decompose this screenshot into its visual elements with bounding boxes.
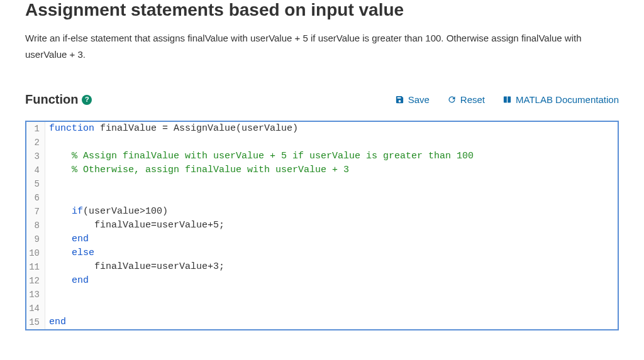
code-text[interactable]: end [45, 315, 618, 329]
line-number: 13 [26, 288, 45, 302]
code-text[interactable]: finalValue=userValue+3; [45, 260, 618, 274]
code-line[interactable]: 7 if(userValue>100) [26, 205, 618, 219]
docs-label: MATLAB Documentation [516, 94, 619, 105]
line-number: 10 [26, 246, 45, 260]
code-text[interactable] [45, 191, 618, 205]
line-number: 11 [26, 260, 45, 274]
line-number: 9 [26, 232, 45, 246]
book-icon [502, 95, 512, 104]
code-text[interactable]: function finalValue = AssignValue(userVa… [45, 122, 618, 136]
line-number: 3 [26, 150, 45, 163]
line-number: 4 [26, 163, 45, 177]
code-line[interactable]: 12 end [26, 274, 618, 288]
line-number: 2 [26, 136, 45, 150]
reset-icon [447, 95, 457, 104]
line-number: 12 [26, 274, 45, 288]
function-label: Function [25, 92, 78, 107]
code-editor[interactable]: 1function finalValue = AssignValue(userV… [25, 121, 619, 330]
code-text[interactable] [45, 302, 618, 315]
code-line[interactable]: 6 [26, 191, 618, 205]
code-text[interactable]: % Otherwise, assign finalValue with user… [45, 163, 618, 177]
code-text[interactable]: if(userValue>100) [45, 205, 618, 219]
page-title: Assignment statements based on input val… [25, 0, 619, 20]
line-number: 8 [26, 219, 45, 232]
save-button[interactable]: Save [395, 94, 430, 105]
code-line[interactable]: 2 [26, 136, 618, 150]
line-number: 7 [26, 205, 45, 219]
code-line[interactable]: 13 [26, 288, 618, 302]
code-line[interactable]: 15end [26, 315, 618, 329]
code-text[interactable]: end [45, 274, 618, 288]
line-number: 6 [26, 191, 45, 205]
code-text[interactable]: else [45, 246, 618, 260]
line-number: 5 [26, 177, 45, 191]
reset-button[interactable]: Reset [447, 94, 485, 105]
function-section-header: Function ? Save Reset MATLAB Documentati… [25, 92, 619, 107]
code-text[interactable] [45, 136, 618, 150]
line-number: 14 [26, 302, 45, 315]
help-icon[interactable]: ? [82, 95, 92, 105]
code-line[interactable]: 8 finalValue=userValue+5; [26, 219, 618, 232]
code-line[interactable]: 10 else [26, 246, 618, 260]
code-line[interactable]: 5 [26, 177, 618, 191]
save-label: Save [408, 94, 430, 105]
code-text[interactable]: end [45, 232, 618, 246]
instructions-text: Write an if-else statement that assigns … [25, 30, 604, 62]
code-line[interactable]: 3 % Assign finalValue with userValue + 5… [26, 150, 618, 163]
code-line[interactable]: 11 finalValue=userValue+3; [26, 260, 618, 274]
code-line[interactable]: 4 % Otherwise, assign finalValue with us… [26, 163, 618, 177]
docs-link[interactable]: MATLAB Documentation [502, 94, 619, 105]
line-number: 15 [26, 315, 45, 329]
reset-label: Reset [460, 94, 485, 105]
code-text[interactable]: finalValue=userValue+5; [45, 219, 618, 232]
code-line[interactable]: 9 end [26, 232, 618, 246]
code-line[interactable]: 14 [26, 302, 618, 315]
code-text[interactable] [45, 288, 618, 302]
line-number: 1 [26, 122, 45, 136]
code-line[interactable]: 1function finalValue = AssignValue(userV… [26, 122, 618, 136]
editor-toolbar: Save Reset MATLAB Documentation [395, 94, 619, 105]
code-text[interactable] [45, 177, 618, 191]
code-text[interactable]: % Assign finalValue with userValue + 5 i… [45, 150, 618, 163]
save-icon [395, 95, 404, 104]
